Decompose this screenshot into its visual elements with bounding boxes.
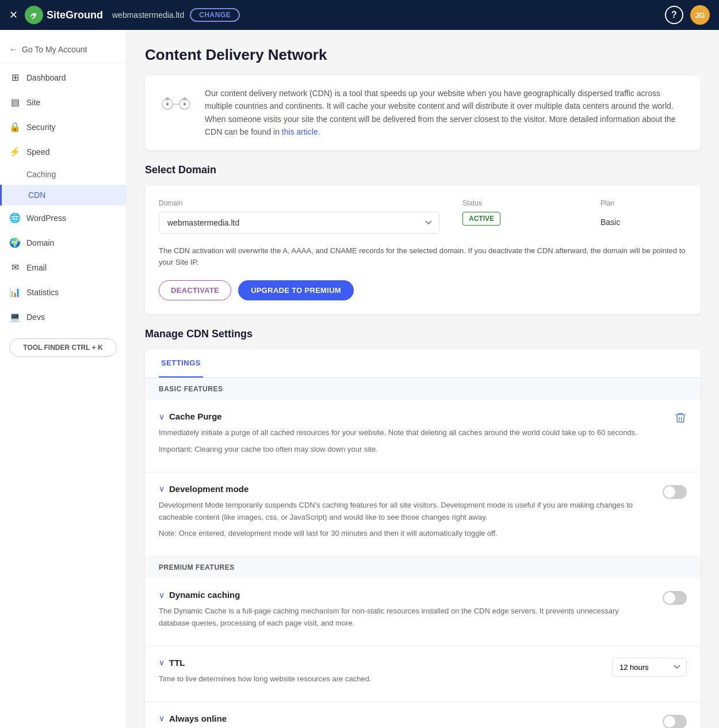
svg-point-1 — [33, 14, 35, 16]
basic-features-header: BASIC FEATURES — [145, 378, 701, 400]
plan-col: Plan Basic — [601, 199, 687, 227]
always-online-toggle[interactable] — [663, 715, 687, 728]
sidebar-item-statistics[interactable]: 📊 Statistics — [0, 280, 126, 304]
sidebar-item-domain[interactable]: 🌍 Domain — [0, 230, 126, 255]
dynamic-cache-inner: ∨ Dynamic caching The Dynamic Cache is a… — [159, 590, 687, 634]
dynamic-cache-body: The Dynamic Cache is a full-page caching… — [159, 605, 651, 630]
domain-row: Domain webmastermedia.ltd Status ACTIVE … — [159, 199, 687, 234]
sidebar-item-speed[interactable]: ⚡ Speed — [0, 139, 126, 164]
dev-mode-text: ∨ Development mode Development Mode temp… — [159, 484, 651, 544]
cache-purge-title: Cache Purge — [169, 411, 222, 421]
status-col: Status ACTIVE — [462, 199, 578, 226]
cache-purge-chevron: ∨ — [159, 412, 165, 421]
security-icon: 🔒 — [9, 121, 21, 132]
dev-mode-title: Development mode — [169, 484, 248, 494]
tab-settings[interactable]: SETTINGS — [159, 349, 203, 378]
dev-mode-feature: ∨ Development mode Development Mode temp… — [145, 472, 701, 557]
cdn-illustration — [159, 87, 193, 123]
close-icon[interactable]: ✕ — [9, 9, 18, 21]
deactivate-button[interactable]: DEACTIVATE — [159, 280, 231, 300]
this-article-link[interactable]: this article. — [282, 127, 320, 136]
sidebar-item-wordpress[interactable]: 🌐 WordPress — [0, 205, 126, 230]
logo: SiteGround — [25, 6, 103, 24]
layout: ← Go To My Account ⊞ Dashboard ▤ Site 🔒 … — [0, 30, 719, 728]
sidebar-label-dashboard: Dashboard — [26, 73, 66, 82]
dynamic-cache-text: ∨ Dynamic caching The Dynamic Cache is a… — [159, 590, 651, 634]
sidebar-item-cdn[interactable]: CDN — [0, 185, 126, 205]
purge-icon[interactable] — [674, 411, 687, 427]
site-icon: ▤ — [9, 97, 21, 108]
sidebar-item-caching[interactable]: Caching — [0, 164, 126, 185]
sidebar-label-wordpress: WordPress — [26, 214, 66, 223]
domain-icon: 🌍 — [9, 237, 21, 248]
btn-row: DEACTIVATE UPGRADE TO PREMIUM — [159, 280, 687, 300]
always-online-text: ∨ Always online Always Online keeps your… — [159, 714, 651, 728]
devs-icon: 💻 — [9, 311, 21, 322]
sidebar-item-devs[interactable]: 💻 Devs — [0, 304, 126, 329]
statistics-icon: 📊 — [9, 287, 21, 298]
avatar[interactable]: JG — [690, 5, 710, 25]
sidebar-label-devs: Devs — [26, 312, 45, 322]
dev-mode-toggle[interactable] — [663, 485, 687, 499]
select-domain-title: Select Domain — [145, 164, 701, 176]
cache-purge-header[interactable]: ∨ Cache Purge — [159, 411, 663, 421]
upgrade-button[interactable]: UPGRADE TO PREMIUM — [238, 280, 354, 300]
sidebar-item-site[interactable]: ▤ Site — [0, 90, 126, 115]
domain-col: Domain webmastermedia.ltd — [159, 199, 439, 234]
go-to-account[interactable]: ← Go To My Account — [0, 37, 126, 63]
status-badge: ACTIVE — [462, 212, 500, 226]
dynamic-cache-header[interactable]: ∨ Dynamic caching — [159, 590, 651, 600]
dynamic-cache-feature: ∨ Dynamic caching The Dynamic Cache is a… — [145, 578, 701, 646]
sidebar-item-security[interactable]: 🔒 Security — [0, 115, 126, 139]
sidebar-label-domain: Domain — [26, 238, 54, 247]
sidebar-label-speed: Speed — [26, 147, 49, 157]
ttl-feature: ∨ TTL Time to live determines how long w… — [145, 646, 701, 702]
domain-select[interactable]: webmastermedia.ltd — [159, 212, 439, 234]
sidebar-label-statistics: Statistics — [26, 288, 59, 297]
manage-card: SETTINGS BASIC FEATURES ∨ Cache Purge Im… — [145, 349, 701, 728]
ttl-inner: ∨ TTL Time to live determines how long w… — [159, 658, 687, 690]
tool-finder-button[interactable]: TOOL FINDER CTRL + K — [9, 338, 117, 357]
always-online-feature: ∨ Always online Always Online keeps your… — [145, 702, 701, 728]
topbar-domain: webmastermedia.ltd — [112, 10, 184, 20]
manage-tabs: SETTINGS — [145, 349, 701, 378]
ttl-title: TTL — [169, 658, 185, 668]
cache-purge-body: Immediately initiate a purge of all cach… — [159, 427, 663, 456]
sidebar-label-security: Security — [26, 123, 56, 132]
status-col-label: Status — [462, 199, 578, 207]
main-content: Content Delivery Network Our content del… — [127, 30, 719, 728]
ttl-chevron: ∨ — [159, 658, 165, 667]
page-title: Content Delivery Network — [145, 46, 701, 64]
ttl-header[interactable]: ∨ TTL — [159, 658, 601, 668]
dynamic-cache-toggle[interactable] — [663, 591, 687, 605]
speed-icon: ⚡ — [9, 146, 21, 157]
ttl-select[interactable]: 30 minutes 1 hour 4 hours 12 hours 1 day… — [612, 658, 687, 677]
sidebar-item-dashboard[interactable]: ⊞ Dashboard — [0, 65, 126, 90]
back-label: Go To My Account — [22, 45, 87, 54]
domain-card: Domain webmastermedia.ltd Status ACTIVE … — [145, 185, 701, 315]
dashboard-icon: ⊞ — [9, 72, 21, 83]
sidebar-item-email[interactable]: ✉ Email — [0, 255, 126, 280]
always-online-header[interactable]: ∨ Always online — [159, 714, 651, 723]
dev-mode-chevron: ∨ — [159, 484, 165, 493]
always-online-title: Always online — [169, 714, 227, 723]
cache-purge-inner: ∨ Cache Purge Immediately initiate a pur… — [159, 411, 687, 460]
svg-point-5 — [166, 103, 169, 106]
logo-icon — [25, 6, 43, 24]
logo-text: SiteGround — [47, 9, 103, 21]
cdn-note: The CDN activation will overwrite the A,… — [159, 245, 687, 269]
ttl-text: ∨ TTL Time to live determines how long w… — [159, 658, 601, 690]
manage-cdn-title: Manage CDN Settings — [145, 328, 701, 340]
topbar: ✕ SiteGround webmastermedia.ltd CHANGE ?… — [0, 0, 719, 30]
always-online-inner: ∨ Always online Always Online keeps your… — [159, 714, 687, 728]
dev-mode-header[interactable]: ∨ Development mode — [159, 484, 651, 494]
dynamic-cache-chevron: ∨ — [159, 590, 165, 600]
domain-col-label: Domain — [159, 199, 439, 207]
email-icon: ✉ — [9, 262, 21, 273]
sidebar-label-email: Email — [26, 263, 47, 272]
plan-value: Basic — [601, 212, 687, 227]
dev-mode-inner: ∨ Development mode Development Mode temp… — [159, 484, 687, 544]
help-button[interactable]: ? — [665, 6, 683, 24]
change-button[interactable]: CHANGE — [190, 8, 240, 22]
plan-col-label: Plan — [601, 199, 687, 207]
